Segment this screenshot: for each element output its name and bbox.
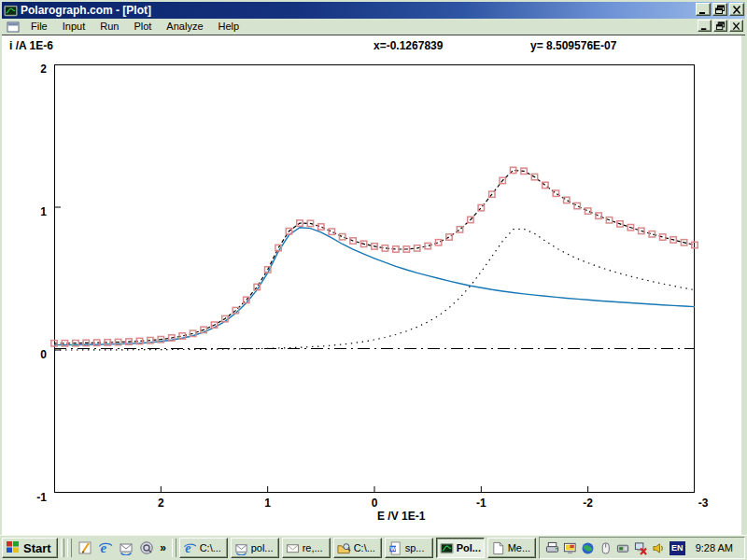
restore-icon	[714, 5, 726, 15]
task-button-polarograph[interactable]: Pol...	[436, 538, 485, 558]
y-tick-label: 1	[22, 205, 47, 218]
minimize-icon	[699, 21, 710, 31]
menu-item-run[interactable]: Run	[93, 20, 125, 34]
close-icon	[731, 21, 741, 31]
task-button-internet-explorer[interactable]: eC:\...	[179, 538, 228, 558]
internet-globe-icon[interactable]	[581, 540, 596, 555]
task-button-label: re,...	[303, 542, 323, 553]
app-icon[interactable]	[4, 5, 18, 17]
start-label: Start	[23, 541, 51, 555]
quick-launch-internet-explorer[interactable]: e	[95, 538, 116, 558]
y-tick-label: 2	[22, 63, 47, 76]
x-tick-label: -1	[470, 497, 492, 510]
volume-icon[interactable]	[652, 540, 667, 555]
svg-text:W: W	[390, 545, 396, 552]
y-tick-label: 0	[22, 348, 47, 361]
word-document-icon: W	[388, 541, 402, 555]
start-button[interactable]: Start	[2, 538, 58, 558]
x-axis-unit-label: E /V 1E-1	[377, 510, 425, 523]
system-tray: EN 9:28 AM	[539, 537, 745, 559]
x-tick-label: 0	[363, 497, 386, 510]
search-folder-icon	[337, 541, 351, 555]
svg-text:e: e	[101, 540, 107, 555]
windows-logo-icon	[6, 540, 21, 556]
language-indicator[interactable]: EN	[669, 541, 685, 555]
x-tick-label: -2	[577, 497, 599, 510]
quick-launch-show-desktop[interactable]	[75, 538, 95, 558]
envelope-icon	[286, 541, 300, 555]
plot-canvas[interactable]: E /V 1E-1 210-1-2-3210-1	[54, 64, 695, 493]
title-bar[interactable]: Polarograph.com - [Plot]	[2, 2, 745, 19]
restore-icon	[715, 21, 726, 31]
mdi-child-icon[interactable]	[6, 20, 21, 35]
menu-item-analyze[interactable]: Analyze	[160, 20, 209, 34]
window-title: Polarograph.com - [Plot]	[21, 4, 151, 17]
restore-button[interactable]	[712, 3, 727, 16]
series-experimental-total-fit	[54, 170, 695, 343]
removable-device-icon[interactable]	[616, 540, 631, 555]
quick-launch-outlook-express[interactable]	[116, 538, 136, 558]
cursor-x-readout: x=-0.1267839	[374, 39, 443, 52]
task-button-label: C:\...	[200, 542, 221, 553]
taskbar-grip[interactable]	[172, 539, 176, 557]
task-button-label: Pol...	[457, 542, 481, 553]
menu-item-file[interactable]: File	[24, 20, 54, 34]
y-axis-unit-label: i /A 1E-6	[9, 39, 53, 52]
mdi-minimize-button[interactable]	[698, 20, 712, 32]
printer-icon[interactable]	[545, 540, 560, 555]
svg-text:e: e	[185, 541, 190, 555]
quick-launch-media-player[interactable]	[136, 538, 157, 558]
internet-explorer-icon: e	[183, 541, 197, 555]
taskbar-clock[interactable]: 9:28 AM	[688, 542, 739, 553]
menu-item-input[interactable]: Input	[56, 20, 92, 34]
x-tick-label: 1	[257, 497, 279, 510]
task-button-label: Me...	[508, 542, 530, 553]
task-button-outlook-express[interactable]: pol...	[231, 538, 279, 558]
minimize-button[interactable]	[696, 3, 711, 16]
task-button-word-document[interactable]: Wsp...	[385, 538, 433, 558]
task-button-document[interactable]: Me...	[487, 538, 536, 558]
taskbar-grip[interactable]	[67, 539, 72, 557]
task-button-label: C:\...	[354, 542, 375, 553]
task-button-label: sp...	[405, 542, 425, 553]
quick-launch-overflow-chevron[interactable]: »	[157, 541, 169, 554]
x-tick-label: 2	[149, 497, 172, 510]
plot-client-area: i /A 1E-6 x=-0.1267839 y= 8.509576E-07 E…	[2, 35, 743, 535]
task-button-search-folder[interactable]: C:\...	[333, 538, 382, 558]
task-button-envelope[interactable]: re,...	[282, 538, 331, 558]
mouse-icon[interactable]	[599, 540, 613, 555]
minimize-icon	[698, 5, 709, 15]
taskbar-grip[interactable]	[61, 539, 65, 557]
y-tick-label: -1	[22, 491, 47, 504]
mdi-restore-button[interactable]	[713, 20, 727, 32]
document-icon	[491, 541, 505, 555]
desktop-screen: Polarograph.com - [Plot] FileInputRunPlo…	[0, 0, 747, 560]
display-settings-icon[interactable]	[563, 540, 578, 555]
close-icon	[731, 5, 742, 15]
cursor-y-readout: y= 8.509576E-07	[530, 39, 616, 52]
polarograph-icon	[440, 541, 454, 555]
task-button-label: pol...	[251, 542, 274, 553]
menu-item-help[interactable]: Help	[212, 20, 247, 34]
series-component-1-fit	[54, 228, 695, 345]
taskbar: Start e » eC:\...pol...re,...C:\...Wsp..…	[0, 535, 747, 560]
menu-item-plot[interactable]: Plot	[127, 20, 158, 34]
outlook-express-icon	[234, 541, 248, 555]
network-offline-icon[interactable]	[634, 540, 649, 555]
series-component-2-fit	[54, 229, 695, 350]
mdi-close-button[interactable]	[729, 20, 743, 32]
menu-bar: FileInputRunPlotAnalyzeHelp	[2, 19, 745, 35]
x-tick-label: -3	[692, 497, 714, 510]
close-button[interactable]	[729, 3, 744, 16]
